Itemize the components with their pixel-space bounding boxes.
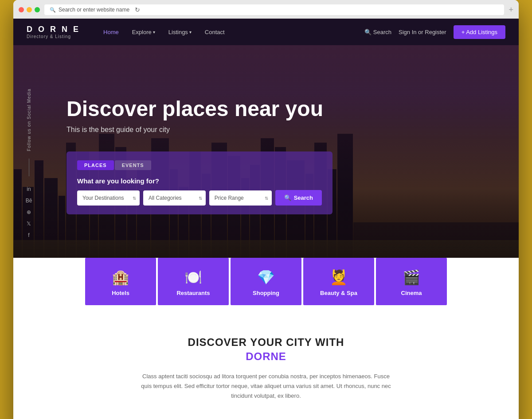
category-beauty-spa-label: Beauty & Spa [320,290,357,296]
category-hotels[interactable]: 🏨 Hotels [85,258,156,305]
category-hotels-label: Hotels [112,290,129,296]
price-select[interactable]: Price Range [209,190,272,206]
browser-chrome: 🔍 Search or enter website name ↻ + [13,0,519,19]
chevron-down-icon: ▾ [153,30,155,35]
traffic-lights [19,7,40,12]
add-listings-button[interactable]: + Add Listings [454,25,505,39]
cinema-icon: 🎬 [403,270,420,284]
hero-content: Discover places near you This is the bes… [13,97,359,147]
destination-select[interactable]: Your Destinations [77,190,140,206]
search-icon: 🔍 [284,194,291,201]
reload-icon[interactable]: ↻ [135,6,140,13]
search-prompt: What are you looking for? [77,177,322,185]
shopping-icon: 💎 [257,270,275,284]
facebook-icon[interactable]: f [28,232,29,238]
discover-section: DISCOVER YOUR CITY WITH DORNE Class apte… [13,305,519,419]
nav-right: 🔍 Search Sign In or Register + Add Listi… [364,25,505,39]
category-shopping-label: Shopping [253,290,279,296]
search-fields: Your Destinations ⇅ All Categories ⇅ Pri… [77,190,322,206]
categories-select[interactable]: All Categories [143,190,206,206]
discover-description: Class aptent taciti sociosqu ad litora t… [137,372,395,401]
restaurants-icon: 🍽️ [184,270,202,284]
category-cinema[interactable]: 🎬 Cinema [376,258,447,305]
categories-select-wrapper: All Categories ⇅ [143,190,206,206]
discover-brand: DORNE [31,350,501,363]
nav-explore[interactable]: Explore ▾ [127,25,160,39]
tab-events[interactable]: EVENTS [115,160,151,170]
categories-section: 🏨 Hotels 🍽️ Restaurants 💎 Shopping 💆 Bea… [13,258,519,305]
nav-contact[interactable]: Contact [200,25,230,39]
search-label: Search [373,29,391,35]
url-bar[interactable]: 🔍 Search or enter website name ↻ [44,4,504,15]
beauty-spa-icon: 💆 [330,270,348,284]
nav-search-button[interactable]: 🔍 Search [364,29,391,35]
search-button[interactable]: 🔍 Search [275,190,322,206]
twitter-icon[interactable]: 𝕏 [27,221,31,227]
linkedin-icon[interactable]: in [27,186,31,192]
category-shopping[interactable]: 💎 Shopping [231,258,301,305]
destination-select-wrapper: Your Destinations ⇅ [77,190,140,206]
search-tabs: PLACES EVENTS [77,160,322,170]
nav-listings[interactable]: Listings ▾ [163,25,197,39]
social-divider [29,159,29,176]
discover-title: DISCOVER YOUR CITY WITH [31,336,501,349]
minimize-button[interactable] [27,7,32,12]
category-restaurants[interactable]: 🍽️ Restaurants [158,258,229,305]
category-restaurants-label: Restaurants [176,290,210,296]
search-icon: 🔍 [364,29,372,35]
site-content: D O R N E Directory & Listing Home Explo… [13,19,519,419]
browser-window: 🔍 Search or enter website name ↻ + D O R… [13,0,519,419]
dribbble-icon[interactable]: ⊕ [27,209,31,215]
search-box: PLACES EVENTS What are you looking for? … [66,151,332,214]
hero-section: Follow us on Social Media in Bē ⊕ 𝕏 f Di… [13,45,519,284]
chevron-down-icon: ▾ [189,30,192,35]
category-cinema-label: Cinema [401,290,422,296]
tab-places[interactable]: PLACES [77,160,114,170]
category-beauty-spa[interactable]: 💆 Beauty & Spa [303,258,374,305]
social-sidebar: Follow us on Social Media in Bē ⊕ 𝕏 f [13,45,44,284]
hero-subtitle: This is the best guide of your city [66,126,323,134]
search-icon: 🔍 [50,7,56,13]
maximize-button[interactable] [35,7,40,12]
behance-icon[interactable]: Bē [26,198,32,204]
logo-title: D O R N E [27,25,80,34]
nav-home[interactable]: Home [98,25,124,39]
close-button[interactable] [19,7,24,12]
new-tab-button[interactable]: + [509,6,513,14]
nav-links: Home Explore ▾ Listings ▾ Contact [98,25,364,39]
navbar: D O R N E Directory & Listing Home Explo… [13,19,519,45]
url-text: Search or enter website name [59,7,129,13]
nav-auth-button[interactable]: Sign In or Register [399,29,446,35]
price-select-wrapper: Price Range ⇅ [209,190,272,206]
logo-subtitle: Directory & Listing [27,34,80,39]
hotels-icon: 🏨 [112,270,129,284]
hero-title: Discover places near you [66,97,323,121]
logo[interactable]: D O R N E Directory & Listing [27,25,80,39]
